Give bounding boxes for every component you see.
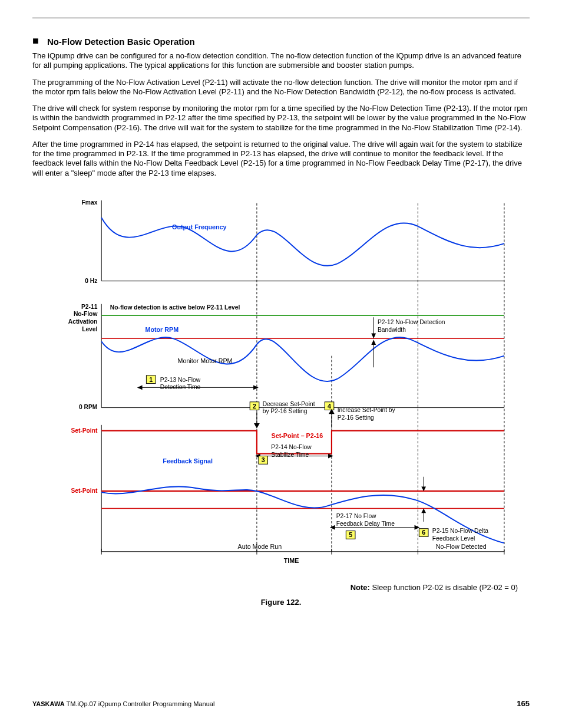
paragraph-4: After the time programmed in P2-14 has e… (32, 140, 530, 178)
label-0hz: 0 Hz (85, 277, 97, 284)
label-p211-b: No-Flow (74, 311, 97, 317)
svg-text:6: 6 (422, 529, 425, 536)
svg-text:2: 2 (253, 402, 256, 409)
label-sp2: Set-Point (71, 487, 98, 494)
svg-marker-29 (421, 508, 426, 513)
svg-marker-8 (371, 333, 376, 338)
label-inc-b: P2-16 Setting (338, 414, 374, 421)
footer-brand: YASKAWA (32, 700, 65, 707)
label-monitor-rpm: Monitor Motor RPM (177, 357, 232, 364)
svg-text:4: 4 (328, 402, 331, 409)
figure-note: Note: Sleep function P2-02 is disable (P… (32, 583, 530, 592)
label-inc-a: Increase Set-Point by (338, 407, 396, 413)
label-motor-rpm: Motor RPM (145, 325, 178, 332)
paragraph-1: The iQpump drive can be configured for a… (32, 51, 530, 71)
footer-page: 165 (517, 699, 530, 708)
bullet-icon: ■ (32, 35, 39, 46)
page-footer: YASKAWA TM.iQp.07 iQpump Controller Prog… (32, 699, 530, 708)
label-p211-a: P2-11 (81, 303, 98, 309)
label-p212-a: P2-12 No-Flow Detection (378, 319, 445, 325)
label-p215-b: Feedback Level (432, 535, 475, 542)
curve-output-frequency (101, 218, 504, 266)
svg-marker-23 (330, 525, 335, 530)
label-noflow-active: No-flow detection is active below P2-11 … (110, 304, 240, 310)
label-dec-a: Decrease Set-Point (263, 400, 315, 407)
label-p211-c: Activation (68, 318, 98, 325)
figure-caption: Figure 122. (32, 598, 530, 607)
label-p214-b: Stabilize Time (271, 451, 309, 457)
curve-motor-rpm (101, 337, 504, 381)
label-noflow-detected: No-Flow Detected (436, 543, 487, 550)
footer-doc: TM.iQp.07 iQpump Controller Programming … (65, 700, 215, 707)
label-output-frequency: Output Frequency (172, 223, 226, 230)
svg-marker-16 (254, 423, 260, 429)
label-sp-minus: Set-Point – P2-16 (272, 432, 323, 439)
footer-left: YASKAWA TM.iQp.07 iQpump Controller Prog… (32, 700, 214, 707)
svg-marker-21 (328, 453, 333, 458)
note-bold: Note: (351, 583, 370, 592)
label-0rpm: 0 RPM (79, 404, 97, 410)
label-p217-b: Feedback Delay Time (336, 521, 395, 527)
label-p213-b: Detection Time (160, 384, 201, 390)
label-feedback: Feedback Signal (163, 457, 213, 465)
svg-marker-12 (253, 385, 259, 390)
label-autorun: Auto Mode Run (238, 543, 282, 550)
label-p217-a: P2-17 No Flow (336, 513, 376, 519)
heading-text: No-Flow Detection Basic Operation (47, 37, 195, 47)
label-sp1: Set-Point (71, 427, 98, 433)
curve-feedback (101, 486, 504, 543)
label-p214-a: P2-14 No-Flow (271, 444, 312, 450)
svg-marker-11 (137, 385, 143, 390)
svg-text:5: 5 (349, 531, 352, 538)
figure-diagram: Fmax 0 Hz Output Frequency P2-11 No-Flow… (32, 195, 530, 607)
note-text: Sleep function P2-02 is disable (P2-02 =… (370, 583, 518, 592)
label-p212-b: Bandwidth (378, 326, 406, 332)
svg-marker-10 (371, 340, 376, 345)
label-p215-a: P2-15 No-Flow Delta (432, 528, 488, 534)
svg-text:3: 3 (262, 456, 265, 463)
label-time: TIME (284, 557, 299, 564)
svg-marker-27 (421, 486, 426, 491)
paragraph-2: The programming of the No-Flow Activatio… (32, 78, 530, 97)
top-rule (32, 18, 530, 18)
label-p211-d: Level (82, 325, 97, 332)
label-dec-b: by P2-16 Setting (263, 408, 308, 414)
paragraph-3: The drive will check for system response… (32, 104, 530, 133)
svg-text:1: 1 (149, 375, 153, 383)
label-fmax: Fmax (82, 199, 98, 206)
label-p213-a: P2-13 No-Flow (160, 376, 201, 383)
section-heading: ■ No-Flow Detection Basic Operation (32, 36, 530, 47)
